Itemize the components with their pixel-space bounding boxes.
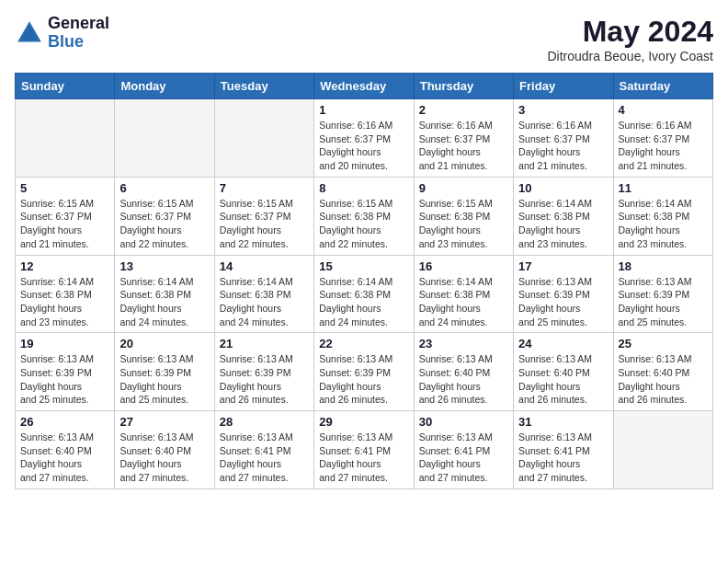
day-number: 7 bbox=[220, 181, 309, 195]
column-header-monday: Monday bbox=[115, 74, 214, 99]
day-info: Sunrise: 6:16 AMSunset: 6:37 PMDaylight … bbox=[518, 119, 608, 173]
main-title: May 2024 bbox=[547, 15, 713, 49]
day-cell: 10Sunrise: 6:14 AMSunset: 6:38 PMDayligh… bbox=[514, 177, 613, 255]
logo-general: General bbox=[48, 15, 109, 33]
day-number: 23 bbox=[419, 337, 508, 350]
day-cell: 26Sunrise: 6:13 AMSunset: 6:40 PMDayligh… bbox=[16, 411, 115, 489]
day-cell: 12Sunrise: 6:14 AMSunset: 6:38 PMDayligh… bbox=[16, 255, 115, 333]
day-cell: 4Sunrise: 6:16 AMSunset: 6:37 PMDaylight… bbox=[613, 99, 712, 178]
column-header-sunday: Sunday bbox=[16, 74, 115, 99]
day-number: 24 bbox=[518, 337, 608, 350]
column-header-thursday: Thursday bbox=[414, 74, 513, 99]
day-info: Sunrise: 6:13 AMSunset: 6:39 PMDaylight … bbox=[619, 275, 708, 329]
day-number: 6 bbox=[119, 181, 209, 195]
day-number: 12 bbox=[20, 259, 109, 273]
day-info: Sunrise: 6:13 AMSunset: 6:39 PMDaylight … bbox=[518, 275, 608, 329]
day-number: 14 bbox=[220, 259, 309, 273]
day-number: 19 bbox=[20, 337, 109, 350]
week-row-5: 26Sunrise: 6:13 AMSunset: 6:40 PMDayligh… bbox=[16, 411, 713, 489]
day-info: Sunrise: 6:14 AMSunset: 6:38 PMDaylight … bbox=[319, 275, 408, 329]
day-number: 21 bbox=[220, 337, 309, 350]
day-cell bbox=[214, 99, 313, 178]
column-header-friday: Friday bbox=[514, 74, 613, 99]
day-info: Sunrise: 6:13 AMSunset: 6:40 PMDaylight … bbox=[518, 352, 608, 407]
day-info: Sunrise: 6:15 AMSunset: 6:37 PMDaylight … bbox=[220, 197, 309, 251]
week-row-4: 19Sunrise: 6:13 AMSunset: 6:39 PMDayligh… bbox=[16, 333, 713, 411]
day-info: Sunrise: 6:13 AMSunset: 6:41 PMDaylight … bbox=[419, 431, 508, 485]
day-cell: 28Sunrise: 6:13 AMSunset: 6:41 PMDayligh… bbox=[214, 411, 313, 489]
day-cell: 13Sunrise: 6:14 AMSunset: 6:38 PMDayligh… bbox=[115, 255, 214, 333]
day-number: 27 bbox=[119, 415, 209, 429]
day-info: Sunrise: 6:13 AMSunset: 6:40 PMDaylight … bbox=[419, 352, 508, 407]
week-row-3: 12Sunrise: 6:14 AMSunset: 6:38 PMDayligh… bbox=[16, 255, 713, 333]
day-cell: 19Sunrise: 6:13 AMSunset: 6:39 PMDayligh… bbox=[16, 333, 115, 411]
day-info: Sunrise: 6:14 AMSunset: 6:38 PMDaylight … bbox=[419, 275, 508, 329]
day-cell: 3Sunrise: 6:16 AMSunset: 6:37 PMDaylight… bbox=[514, 99, 613, 178]
day-number: 5 bbox=[20, 181, 109, 195]
day-cell: 30Sunrise: 6:13 AMSunset: 6:41 PMDayligh… bbox=[414, 411, 513, 489]
logo-icon bbox=[15, 18, 44, 48]
calendar-header-row: SundayMondayTuesdayWednesdayThursdayFrid… bbox=[16, 74, 713, 99]
day-number: 4 bbox=[619, 103, 708, 117]
day-info: Sunrise: 6:14 AMSunset: 6:38 PMDaylight … bbox=[619, 197, 708, 251]
day-number: 25 bbox=[619, 337, 708, 350]
day-cell: 31Sunrise: 6:13 AMSunset: 6:41 PMDayligh… bbox=[514, 411, 613, 489]
day-number: 13 bbox=[119, 259, 209, 273]
column-header-saturday: Saturday bbox=[613, 74, 712, 99]
day-cell: 29Sunrise: 6:13 AMSunset: 6:41 PMDayligh… bbox=[314, 411, 414, 489]
day-cell bbox=[115, 99, 214, 178]
day-info: Sunrise: 6:14 AMSunset: 6:38 PMDaylight … bbox=[518, 197, 608, 251]
day-cell: 24Sunrise: 6:13 AMSunset: 6:40 PMDayligh… bbox=[514, 333, 613, 411]
calendar-table: SundayMondayTuesdayWednesdayThursdayFrid… bbox=[15, 73, 713, 489]
day-info: Sunrise: 6:14 AMSunset: 6:38 PMDaylight … bbox=[119, 275, 209, 329]
day-cell: 27Sunrise: 6:13 AMSunset: 6:40 PMDayligh… bbox=[115, 411, 214, 489]
day-cell: 6Sunrise: 6:15 AMSunset: 6:37 PMDaylight… bbox=[115, 177, 214, 255]
day-info: Sunrise: 6:15 AMSunset: 6:37 PMDaylight … bbox=[20, 197, 109, 251]
day-cell: 17Sunrise: 6:13 AMSunset: 6:39 PMDayligh… bbox=[514, 255, 613, 333]
day-cell: 2Sunrise: 6:16 AMSunset: 6:37 PMDaylight… bbox=[414, 99, 513, 178]
day-number: 17 bbox=[518, 259, 608, 273]
day-cell: 20Sunrise: 6:13 AMSunset: 6:39 PMDayligh… bbox=[115, 333, 214, 411]
day-number: 8 bbox=[319, 181, 408, 195]
day-info: Sunrise: 6:13 AMSunset: 6:39 PMDaylight … bbox=[119, 352, 209, 407]
day-number: 30 bbox=[419, 415, 508, 429]
title-block: May 2024 Ditroudra Beoue, Ivory Coast bbox=[547, 15, 713, 63]
day-cell: 5Sunrise: 6:15 AMSunset: 6:37 PMDaylight… bbox=[16, 177, 115, 255]
day-number: 9 bbox=[419, 181, 508, 195]
column-header-wednesday: Wednesday bbox=[314, 74, 414, 99]
week-row-1: 1Sunrise: 6:16 AMSunset: 6:37 PMDaylight… bbox=[16, 99, 713, 178]
day-cell bbox=[16, 99, 115, 178]
location-subtitle: Ditroudra Beoue, Ivory Coast bbox=[547, 49, 713, 63]
column-header-tuesday: Tuesday bbox=[214, 74, 313, 99]
day-number: 10 bbox=[518, 181, 608, 195]
day-cell: 9Sunrise: 6:15 AMSunset: 6:38 PMDaylight… bbox=[414, 177, 513, 255]
day-info: Sunrise: 6:13 AMSunset: 6:41 PMDaylight … bbox=[518, 431, 608, 485]
day-info: Sunrise: 6:13 AMSunset: 6:39 PMDaylight … bbox=[220, 352, 309, 407]
day-cell: 14Sunrise: 6:14 AMSunset: 6:38 PMDayligh… bbox=[214, 255, 313, 333]
day-cell: 21Sunrise: 6:13 AMSunset: 6:39 PMDayligh… bbox=[214, 333, 313, 411]
day-number: 28 bbox=[220, 415, 309, 429]
logo: General Blue bbox=[15, 15, 109, 52]
day-number: 11 bbox=[619, 181, 708, 195]
day-info: Sunrise: 6:16 AMSunset: 6:37 PMDaylight … bbox=[319, 119, 408, 173]
day-cell: 18Sunrise: 6:13 AMSunset: 6:39 PMDayligh… bbox=[613, 255, 712, 333]
day-info: Sunrise: 6:13 AMSunset: 6:41 PMDaylight … bbox=[319, 431, 408, 485]
day-info: Sunrise: 6:15 AMSunset: 6:38 PMDaylight … bbox=[419, 197, 508, 251]
day-number: 18 bbox=[619, 259, 708, 273]
logo-blue: Blue bbox=[48, 33, 109, 52]
day-cell: 15Sunrise: 6:14 AMSunset: 6:38 PMDayligh… bbox=[314, 255, 414, 333]
day-info: Sunrise: 6:13 AMSunset: 6:41 PMDaylight … bbox=[220, 431, 309, 485]
day-info: Sunrise: 6:16 AMSunset: 6:37 PMDaylight … bbox=[419, 119, 508, 173]
day-cell: 8Sunrise: 6:15 AMSunset: 6:38 PMDaylight… bbox=[314, 177, 414, 255]
day-info: Sunrise: 6:15 AMSunset: 6:37 PMDaylight … bbox=[119, 197, 209, 251]
day-info: Sunrise: 6:15 AMSunset: 6:38 PMDaylight … bbox=[319, 197, 408, 251]
day-number: 3 bbox=[518, 103, 608, 117]
day-info: Sunrise: 6:13 AMSunset: 6:39 PMDaylight … bbox=[319, 352, 408, 407]
day-info: Sunrise: 6:13 AMSunset: 6:40 PMDaylight … bbox=[20, 431, 109, 485]
page-header: General Blue May 2024 Ditroudra Beoue, I… bbox=[15, 15, 713, 63]
day-info: Sunrise: 6:13 AMSunset: 6:39 PMDaylight … bbox=[20, 352, 109, 407]
day-number: 22 bbox=[319, 337, 408, 350]
day-number: 1 bbox=[319, 103, 408, 117]
day-info: Sunrise: 6:16 AMSunset: 6:37 PMDaylight … bbox=[619, 119, 708, 173]
day-info: Sunrise: 6:14 AMSunset: 6:38 PMDaylight … bbox=[20, 275, 109, 329]
